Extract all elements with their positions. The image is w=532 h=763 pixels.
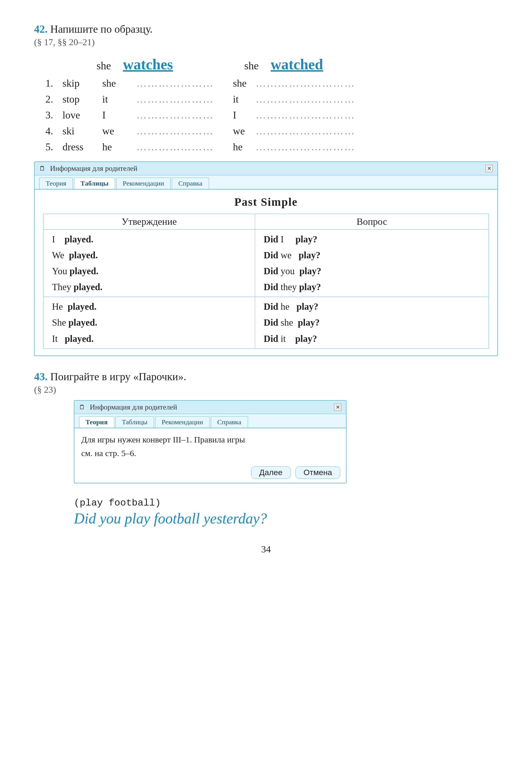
- row4-verb: ski: [62, 125, 102, 137]
- row1-dots2: ………………………: [256, 77, 341, 89]
- row1-dots1: …………………: [136, 77, 216, 89]
- example-col1-pronoun: she: [97, 59, 111, 72]
- example-43-answer: Did you play football yesterday?: [74, 510, 498, 527]
- row5-dots1: …………………: [136, 141, 216, 153]
- row3-pronoun1: I: [102, 109, 136, 121]
- tab-tablicy[interactable]: Таблицы: [74, 177, 115, 189]
- q-I: I: [281, 234, 284, 244]
- row2-pronoun1: it: [102, 93, 136, 105]
- q-play-7: play?: [295, 334, 317, 344]
- row2-dots2: ………………………: [256, 93, 341, 105]
- next-button[interactable]: Далее: [251, 466, 291, 479]
- tab2-spravka[interactable]: Справка: [211, 416, 248, 428]
- q-she: she: [281, 317, 293, 328]
- row3-dots2: ………………………: [256, 109, 341, 121]
- page-number: 34: [34, 544, 498, 555]
- row5-verb: dress: [62, 141, 102, 153]
- aff-they-pronoun: They: [52, 282, 74, 292]
- q-cell2: Did he play? Did she play? Did it play?: [264, 299, 480, 346]
- infobox2-text1: Для игры нужен конверт III–1. Правила иг…: [81, 435, 245, 444]
- q-we: we: [281, 250, 292, 260]
- info-box-1-content: Past Simple Утверждение Вопрос I played.…: [35, 189, 497, 356]
- aff-I-pronoun: I: [52, 234, 64, 244]
- q-play-3: play?: [299, 266, 321, 276]
- row1-num: 1.: [45, 77, 62, 89]
- q-play-1: play?: [296, 234, 317, 244]
- row2-pronoun2: it: [233, 93, 256, 105]
- infobox2-text2: см. на стр. 5–6.: [81, 448, 136, 458]
- info-box-1-title-bar: 🗒 Информация для родителей ✕: [35, 162, 497, 175]
- table-row: 2. stop it ………………… it ………………………: [34, 93, 498, 105]
- aff-she-verb: played.: [68, 317, 97, 328]
- table-row: 4. ski we ………………… we ………………………: [34, 125, 498, 137]
- past-simple-title: Past Simple: [43, 195, 489, 209]
- row2-num: 2.: [45, 93, 62, 105]
- affirmative-group1: I played. We played. You played. They pl…: [44, 230, 255, 297]
- exercise-42-title: Напишите по образцу.: [50, 23, 152, 35]
- exercise-42-rows: 1. skip she ………………… she ……………………… 2. sto…: [34, 77, 498, 153]
- row4-pronoun1: we: [102, 125, 136, 137]
- aff-she-pronoun: She: [52, 317, 68, 328]
- info-box-2-content: Для игры нужен конверт III–1. Правила иг…: [74, 428, 346, 465]
- info-box-1-tabs: Теория Таблицы Рекомендации Справка: [35, 175, 497, 189]
- row2-verb: stop: [62, 93, 102, 105]
- row1-verb: skip: [62, 77, 102, 89]
- q-play-5: play?: [297, 301, 318, 312]
- close-button[interactable]: ✕: [486, 165, 493, 172]
- col-affirmative: Утверждение: [44, 214, 255, 230]
- q-did-6: Did: [264, 317, 278, 328]
- example-col1-word: watches: [123, 56, 173, 73]
- row4-num: 4.: [45, 125, 62, 137]
- exercise-42-header: 42. Напишите по образцу.: [34, 23, 498, 35]
- tab-rekomendacii[interactable]: Рекомендации: [116, 177, 171, 189]
- aff-they-verb: played.: [74, 282, 103, 292]
- tab2-rekomendacii[interactable]: Рекомендации: [155, 416, 210, 428]
- row2-dots1: …………………: [136, 93, 216, 105]
- exercise-42-number: 42.: [34, 23, 48, 35]
- row3-pronoun2: I: [233, 109, 256, 121]
- row3-num: 3.: [45, 109, 62, 121]
- info-box-2-title: Информация для родителей: [90, 403, 331, 411]
- document-icon: 🗒: [39, 165, 45, 172]
- close-button-2[interactable]: ✕: [334, 403, 341, 411]
- aff-you-verb: played.: [70, 266, 99, 276]
- aff-we-verb: played.: [69, 250, 98, 260]
- row4-pronoun2: we: [233, 125, 256, 137]
- aff-cell2: He played. She played. It played.: [52, 299, 246, 346]
- q-play-6: play?: [298, 317, 319, 328]
- row4-dots1: …………………: [136, 125, 216, 137]
- question-group1: Did I play? Did we play? Did you play? D…: [255, 230, 489, 297]
- aff-I-verb: played.: [64, 234, 93, 244]
- q-you: you: [281, 266, 295, 276]
- row3-dots1: …………………: [136, 109, 216, 121]
- exercise-43-title: Поиграйте в игру «Парочки».: [50, 371, 186, 382]
- row5-dots2: ………………………: [256, 141, 341, 153]
- example-col1: she watches: [97, 56, 244, 73]
- row5-num: 5.: [45, 141, 62, 153]
- row5-pronoun1: he: [102, 141, 136, 153]
- tab2-teoria[interactable]: Теория: [79, 416, 114, 428]
- q-they: they: [281, 282, 297, 292]
- example-col2-word: watched: [271, 56, 323, 73]
- table-row: 1. skip she ………………… she ………………………: [34, 77, 498, 89]
- q-it: it: [281, 334, 286, 344]
- info-box-2: 🗒 Информация для родителей ✕ Теория Табл…: [74, 400, 346, 484]
- row1-pronoun1: she: [102, 77, 136, 89]
- row3-verb: love: [62, 109, 102, 121]
- info-box-2-title-bar: 🗒 Информация для родителей ✕: [74, 401, 346, 414]
- info-box-2-buttons: Далее Отмена: [74, 465, 346, 483]
- table-row: 5. dress he ………………… he ………………………: [34, 141, 498, 153]
- question-group2: Did he play? Did she play? Did it play?: [255, 297, 489, 348]
- exercise-42-subtitle: (§ 17, §§ 20–21): [34, 37, 498, 48]
- tab-spravka[interactable]: Справка: [172, 177, 209, 189]
- q-did-3: Did: [264, 266, 278, 276]
- info-box-1-title: Информация для родителей: [50, 164, 483, 173]
- tab-teoria[interactable]: Теория: [39, 177, 73, 189]
- tab2-tablicy[interactable]: Таблицы: [115, 416, 154, 428]
- cancel-button[interactable]: Отмена: [296, 466, 340, 479]
- aff-he-pronoun: He: [52, 301, 68, 312]
- info-box-2-tabs: Теория Таблицы Рекомендации Справка: [74, 414, 346, 428]
- table-row: He played. She played. It played. Did he…: [44, 297, 489, 348]
- affirmative-group2: He played. She played. It played.: [44, 297, 255, 348]
- q-play-4: play?: [299, 282, 321, 292]
